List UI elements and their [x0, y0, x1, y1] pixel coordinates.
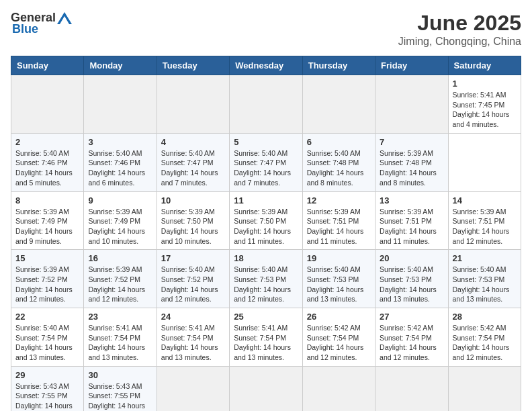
- column-header-sunday: Sunday: [11, 56, 84, 75]
- column-header-wednesday: Wednesday: [230, 56, 302, 75]
- day-number: 10: [161, 195, 225, 205]
- calendar-cell: 29Sunrise: 5:43 AMSunset: 7:55 PMDayligh…: [11, 366, 84, 411]
- calendar-cell: 2Sunrise: 5:40 AMSunset: 7:46 PMDaylight…: [11, 133, 84, 191]
- day-number: 28: [453, 312, 517, 322]
- day-number: 19: [307, 253, 371, 263]
- calendar-cell: 8Sunrise: 5:39 AMSunset: 7:49 PMDaylight…: [11, 191, 84, 250]
- cell-content: Sunrise: 5:39 AMSunset: 7:49 PMDaylight:…: [15, 207, 79, 246]
- cell-content: Sunrise: 5:42 AMSunset: 7:54 PMDaylight:…: [380, 323, 443, 363]
- calendar-cell: 11Sunrise: 5:39 AMSunset: 7:50 PMDayligh…: [230, 191, 302, 250]
- day-number: 27: [380, 312, 443, 322]
- calendar-week-row: 2Sunrise: 5:40 AMSunset: 7:46 PMDaylight…: [11, 133, 521, 191]
- calendar-cell: [230, 75, 302, 134]
- calendar-week-row: 29Sunrise: 5:43 AMSunset: 7:55 PMDayligh…: [11, 366, 521, 411]
- cell-content: Sunrise: 5:39 AMSunset: 7:50 PMDaylight:…: [234, 207, 298, 246]
- logo-blue: Blue: [12, 22, 38, 36]
- calendar-cell: 22Sunrise: 5:40 AMSunset: 7:54 PMDayligh…: [11, 308, 84, 367]
- calendar-cell: [448, 366, 521, 411]
- calendar-cell: 25Sunrise: 5:41 AMSunset: 7:54 PMDayligh…: [230, 308, 302, 367]
- day-number: 24: [161, 312, 225, 322]
- calendar-cell: 17Sunrise: 5:40 AMSunset: 7:52 PMDayligh…: [157, 250, 229, 308]
- calendar-cell: 5Sunrise: 5:40 AMSunset: 7:47 PMDaylight…: [230, 133, 302, 191]
- cell-content: Sunrise: 5:40 AMSunset: 7:53 PMDaylight:…: [453, 265, 517, 304]
- cell-content: Sunrise: 5:42 AMSunset: 7:54 PMDaylight:…: [453, 323, 517, 363]
- day-number: 13: [380, 195, 443, 205]
- day-number: 17: [161, 253, 225, 263]
- calendar-cell: 12Sunrise: 5:39 AMSunset: 7:51 PMDayligh…: [302, 191, 375, 250]
- cell-content: Sunrise: 5:39 AMSunset: 7:52 PMDaylight:…: [88, 265, 152, 304]
- column-header-saturday: Saturday: [448, 56, 521, 75]
- day-number: 5: [234, 137, 298, 147]
- cell-content: Sunrise: 5:40 AMSunset: 7:54 PMDaylight:…: [15, 323, 79, 363]
- title-area: June 2025 Jiming, Chongqing, China: [398, 11, 521, 48]
- calendar-cell: 20Sunrise: 5:40 AMSunset: 7:53 PMDayligh…: [375, 250, 448, 308]
- day-number: 22: [15, 312, 79, 322]
- day-number: 23: [88, 312, 152, 322]
- calendar-cell: 6Sunrise: 5:40 AMSunset: 7:48 PMDaylight…: [302, 133, 375, 191]
- calendar-cell: 27Sunrise: 5:42 AMSunset: 7:54 PMDayligh…: [375, 308, 448, 367]
- calendar-cell: [375, 366, 448, 411]
- location-title: Jiming, Chongqing, China: [398, 36, 521, 48]
- cell-content: Sunrise: 5:40 AMSunset: 7:53 PMDaylight:…: [380, 265, 443, 304]
- day-number: 2: [15, 137, 79, 147]
- calendar-cell: [230, 366, 302, 411]
- day-number: 25: [234, 312, 298, 322]
- calendar-cell: 23Sunrise: 5:41 AMSunset: 7:54 PMDayligh…: [84, 308, 157, 367]
- calendar-cell: 19Sunrise: 5:40 AMSunset: 7:53 PMDayligh…: [302, 250, 375, 308]
- cell-content: Sunrise: 5:39 AMSunset: 7:52 PMDaylight:…: [15, 265, 79, 304]
- cell-content: Sunrise: 5:41 AMSunset: 7:54 PMDaylight:…: [234, 323, 298, 363]
- calendar-cell: 30Sunrise: 5:43 AMSunset: 7:55 PMDayligh…: [84, 366, 157, 411]
- calendar-cell: 9Sunrise: 5:39 AMSunset: 7:49 PMDaylight…: [84, 191, 157, 250]
- cell-content: Sunrise: 5:40 AMSunset: 7:46 PMDaylight:…: [15, 148, 79, 188]
- day-number: 1: [453, 79, 517, 89]
- calendar-cell: 14Sunrise: 5:39 AMSunset: 7:51 PMDayligh…: [448, 191, 521, 250]
- cell-content: Sunrise: 5:39 AMSunset: 7:51 PMDaylight:…: [453, 207, 517, 246]
- day-number: 7: [380, 137, 443, 147]
- calendar-cell: [375, 75, 448, 134]
- day-number: 8: [15, 195, 79, 205]
- calendar-cell: [157, 366, 229, 411]
- calendar-cell: 7Sunrise: 5:39 AMSunset: 7:48 PMDaylight…: [375, 133, 448, 191]
- day-number: 6: [307, 137, 371, 147]
- calendar-cell: [84, 75, 157, 134]
- cell-content: Sunrise: 5:40 AMSunset: 7:47 PMDaylight:…: [161, 148, 225, 188]
- cell-content: Sunrise: 5:40 AMSunset: 7:53 PMDaylight:…: [307, 265, 371, 304]
- cell-content: Sunrise: 5:41 AMSunset: 7:54 PMDaylight:…: [161, 323, 225, 363]
- cell-content: Sunrise: 5:40 AMSunset: 7:52 PMDaylight:…: [161, 265, 225, 304]
- logo-icon: [57, 12, 72, 24]
- calendar-cell: [11, 75, 84, 134]
- cell-content: Sunrise: 5:39 AMSunset: 7:48 PMDaylight:…: [380, 148, 443, 188]
- calendar-cell: 16Sunrise: 5:39 AMSunset: 7:52 PMDayligh…: [84, 250, 157, 308]
- day-number: 16: [88, 253, 152, 263]
- cell-content: Sunrise: 5:39 AMSunset: 7:50 PMDaylight:…: [161, 207, 225, 246]
- calendar-cell: 4Sunrise: 5:40 AMSunset: 7:47 PMDaylight…: [157, 133, 229, 191]
- cell-content: Sunrise: 5:42 AMSunset: 7:54 PMDaylight:…: [307, 323, 371, 363]
- day-number: 20: [380, 253, 443, 263]
- calendar-cell: 21Sunrise: 5:40 AMSunset: 7:53 PMDayligh…: [448, 250, 521, 308]
- cell-content: Sunrise: 5:39 AMSunset: 7:51 PMDaylight:…: [380, 207, 443, 246]
- cell-content: Sunrise: 5:40 AMSunset: 7:46 PMDaylight:…: [88, 148, 152, 188]
- calendar-cell: 1Sunrise: 5:41 AMSunset: 7:45 PMDaylight…: [448, 75, 521, 134]
- calendar-header-row: SundayMondayTuesdayWednesdayThursdayFrid…: [11, 56, 521, 75]
- cell-content: Sunrise: 5:40 AMSunset: 7:53 PMDaylight:…: [234, 265, 298, 304]
- calendar-cell: [302, 75, 375, 134]
- day-number: 3: [88, 137, 152, 147]
- calendar-table: SundayMondayTuesdayWednesdayThursdayFrid…: [11, 56, 521, 411]
- column-header-thursday: Thursday: [302, 56, 375, 75]
- cell-content: Sunrise: 5:43 AMSunset: 7:55 PMDaylight:…: [15, 381, 79, 411]
- cell-content: Sunrise: 5:39 AMSunset: 7:49 PMDaylight:…: [88, 207, 152, 246]
- day-number: 30: [88, 370, 152, 380]
- day-number: 18: [234, 253, 298, 263]
- cell-content: Sunrise: 5:43 AMSunset: 7:55 PMDaylight:…: [88, 381, 152, 411]
- month-title: June 2025: [398, 11, 521, 36]
- column-header-monday: Monday: [84, 56, 157, 75]
- calendar-cell: [302, 366, 375, 411]
- day-number: 15: [15, 253, 79, 263]
- calendar-cell: 15Sunrise: 5:39 AMSunset: 7:52 PMDayligh…: [11, 250, 84, 308]
- calendar-cell: 13Sunrise: 5:39 AMSunset: 7:51 PMDayligh…: [375, 191, 448, 250]
- calendar-week-row: 22Sunrise: 5:40 AMSunset: 7:54 PMDayligh…: [11, 308, 521, 367]
- cell-content: Sunrise: 5:40 AMSunset: 7:47 PMDaylight:…: [234, 148, 298, 188]
- day-number: 12: [307, 195, 371, 205]
- logo: General Blue: [11, 11, 72, 36]
- column-header-friday: Friday: [375, 56, 448, 75]
